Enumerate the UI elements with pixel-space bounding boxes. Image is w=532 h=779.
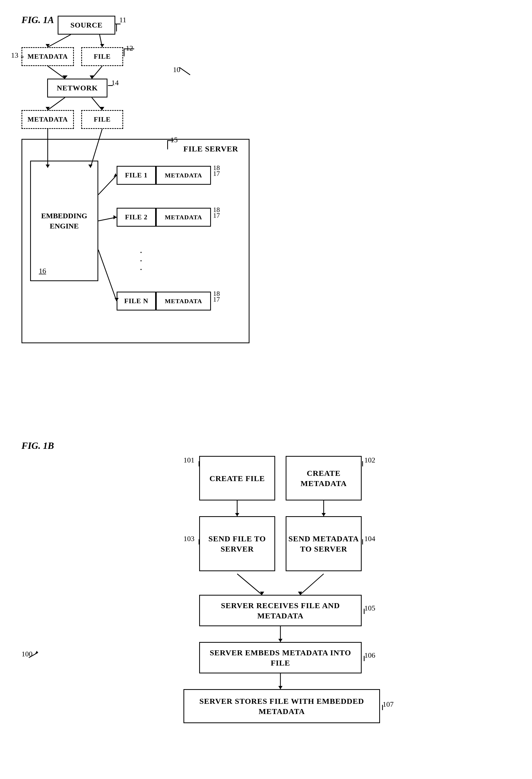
file1-box: FILE 1 bbox=[117, 166, 156, 185]
svg-line-30 bbox=[300, 574, 323, 595]
label-10: 10 bbox=[173, 65, 180, 74]
embedding-engine-box: EMBEDDINGENGINE 16 bbox=[30, 161, 98, 281]
server-receives-box: SERVER RECEIVES FILE AND METADATA bbox=[199, 595, 362, 626]
svg-line-0 bbox=[48, 35, 71, 47]
svg-marker-27 bbox=[321, 513, 326, 516]
label-12: 12 bbox=[126, 44, 133, 52]
svg-marker-3 bbox=[100, 44, 104, 47]
file-mid-dashed: FILE bbox=[81, 110, 123, 129]
svg-marker-35 bbox=[278, 686, 283, 689]
label-100: 100 bbox=[21, 650, 33, 658]
svg-line-2 bbox=[100, 35, 102, 47]
label-17-2: 17 bbox=[213, 212, 220, 220]
svg-marker-33 bbox=[278, 639, 283, 642]
label-101: 101 bbox=[183, 456, 194, 464]
svg-marker-5 bbox=[62, 75, 68, 79]
svg-line-4 bbox=[48, 66, 65, 79]
svg-marker-13 bbox=[114, 173, 117, 177]
network-box: NETWORK bbox=[47, 79, 108, 98]
file2-box: FILE 2 bbox=[117, 208, 156, 227]
svg-line-6 bbox=[92, 66, 102, 79]
svg-line-28 bbox=[237, 574, 262, 595]
svg-marker-11 bbox=[100, 107, 104, 110]
svg-line-16 bbox=[98, 250, 117, 301]
metadata-mid-dashed: METADATA bbox=[21, 110, 74, 129]
file-top-dashed: FILE bbox=[81, 47, 123, 66]
metadata1-box: METADATA bbox=[156, 166, 211, 185]
svg-line-12 bbox=[98, 175, 117, 195]
file-server-label: FILE SERVER bbox=[183, 144, 238, 153]
send-file-box: SEND FILE TO SERVER bbox=[199, 516, 275, 571]
metadata2-box: METADATA bbox=[156, 208, 211, 227]
label-13: 13 bbox=[11, 51, 18, 59]
svg-marker-7 bbox=[90, 75, 94, 79]
label-104: 104 bbox=[364, 535, 375, 543]
dots: ••• bbox=[140, 248, 142, 274]
server-embeds-box: SERVER EMBEDS METADATA INTO FILE bbox=[199, 642, 362, 673]
source-box: SOURCE bbox=[58, 16, 115, 35]
embedding-engine-label: EMBEDDINGENGINE bbox=[41, 211, 87, 231]
create-file-box: CREATE FILE bbox=[199, 456, 275, 500]
filen-box: FILE N bbox=[117, 292, 156, 310]
svg-marker-29 bbox=[260, 592, 264, 595]
svg-line-8 bbox=[48, 98, 65, 110]
label-17-1: 17 bbox=[213, 170, 220, 178]
label-15: 15 bbox=[170, 136, 178, 144]
label-106: 106 bbox=[364, 651, 375, 660]
svg-marker-9 bbox=[46, 107, 50, 110]
svg-marker-25 bbox=[235, 513, 239, 516]
label-102: 102 bbox=[364, 456, 375, 464]
metadatan-box: METADATA bbox=[156, 292, 211, 310]
svg-marker-31 bbox=[298, 592, 302, 595]
svg-line-14 bbox=[98, 217, 117, 221]
svg-line-10 bbox=[92, 98, 102, 110]
file-server-outer: FILE SERVER EMBEDDINGENGINE 16 FILE 1 ME… bbox=[21, 139, 249, 343]
create-metadata-box: CREATE METADATA bbox=[286, 456, 362, 500]
metadata-top-dashed: METADATA bbox=[21, 47, 74, 66]
label-17-n: 17 bbox=[213, 296, 220, 303]
label-103: 103 bbox=[183, 535, 194, 543]
svg-marker-15 bbox=[114, 215, 117, 219]
fig1a-label: FIG. 1A bbox=[21, 14, 54, 25]
label-16: 16 bbox=[39, 267, 46, 275]
svg-marker-1 bbox=[46, 44, 50, 47]
label-105: 105 bbox=[364, 604, 375, 612]
server-stores-box: SERVER STORES FILE WITH EMBEDDED METADAT… bbox=[183, 689, 380, 723]
svg-marker-23 bbox=[35, 651, 38, 655]
fig1b-label: FIG. 1B bbox=[21, 440, 54, 451]
label-107: 107 bbox=[382, 700, 394, 709]
label-11: 11 bbox=[119, 16, 126, 24]
send-metadata-box: SEND METADATA TO SERVER bbox=[286, 516, 362, 571]
